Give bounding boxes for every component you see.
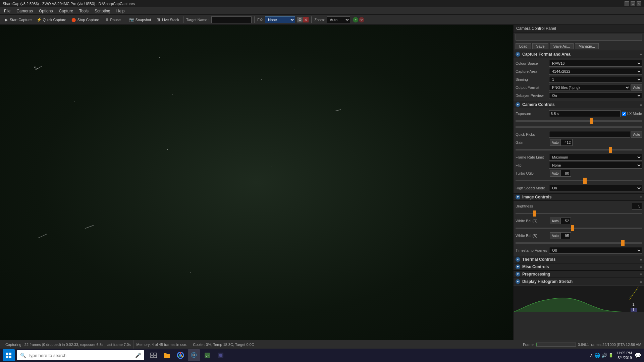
brightness-value[interactable]: [632, 203, 642, 209]
histogram-settings-button[interactable]: 1.: [631, 308, 637, 312]
camera-view[interactable]: ↖: [0, 25, 513, 340]
stop-capture-button[interactable]: ⬤ Stop Capture: [70, 16, 101, 23]
turbo-usb-thumb[interactable]: [583, 178, 587, 184]
target-name-input[interactable]: [211, 16, 252, 23]
frame-progress-bar: [536, 343, 537, 346]
snapshot-button[interactable]: 📷 Snapshot: [128, 16, 152, 23]
white-bal-r-auto[interactable]: Auto: [550, 218, 561, 224]
menu-options[interactable]: Options: [36, 8, 55, 14]
zoom-reset-icon[interactable]: ↻: [359, 17, 364, 22]
network-icon[interactable]: 🌐: [594, 353, 600, 358]
svg-rect-4: [6, 356, 8, 358]
quick-capture-button[interactable]: ⚡ Quick Capture: [35, 16, 67, 23]
another-app-button[interactable]: [215, 349, 227, 361]
binning-select[interactable]: 1: [549, 76, 642, 83]
fx-close-icon[interactable]: ✕: [303, 17, 309, 22]
output-format-select[interactable]: PNG files (*.png): [549, 84, 630, 91]
minimize-button[interactable]: ─: [625, 1, 629, 6]
gain-slider[interactable]: [516, 147, 642, 153]
capture-area-select[interactable]: 4144x2822: [549, 68, 642, 75]
fx-select[interactable]: None: [265, 16, 295, 23]
frame-rate-select[interactable]: Maximum: [549, 154, 642, 161]
sharpcap-button[interactable]: [188, 349, 200, 361]
task-view-button[interactable]: [148, 349, 160, 361]
manage-button[interactable]: Manage...: [575, 43, 599, 49]
notification-icon[interactable]: 💬: [635, 352, 641, 359]
stop-capture-label: Stop Capture: [77, 18, 99, 22]
taskbar-search[interactable]: 🔍 🎤: [17, 350, 144, 360]
white-bal-r-thumb[interactable]: [571, 225, 574, 231]
search-input[interactable]: [28, 353, 133, 358]
exposure-input[interactable]: [549, 110, 621, 117]
save-button[interactable]: Save: [532, 43, 548, 49]
white-bal-b-thumb[interactable]: [621, 240, 625, 246]
histogram-header[interactable]: ▼ Display Histogram Stretch ≡: [514, 278, 644, 285]
exposure-thumb[interactable]: [590, 118, 593, 124]
chrome-button[interactable]: [174, 349, 186, 361]
white-bal-b-label: White Bal (B): [516, 234, 549, 238]
time-display[interactable]: 11:05 PM 5/4/2019: [616, 351, 632, 360]
menu-cameras[interactable]: Cameras: [14, 8, 36, 14]
histogram-menu[interactable]: ≡: [640, 280, 642, 284]
menu-file[interactable]: File: [1, 8, 13, 14]
pause-button[interactable]: ⏸ Pause: [103, 16, 122, 23]
brightness-slider[interactable]: [516, 211, 642, 216]
output-format-auto[interactable]: Auto: [631, 84, 642, 91]
image-controls-header[interactable]: ▼ Image Controls ≡: [514, 193, 644, 201]
menu-capture[interactable]: Capture: [56, 8, 76, 14]
lxmode-checkbox[interactable]: [622, 112, 626, 116]
quick-picks-auto[interactable]: Auto: [631, 131, 642, 138]
white-bal-b-auto[interactable]: Auto: [550, 232, 561, 239]
gain-thumb[interactable]: [609, 147, 612, 153]
menu-help[interactable]: Help: [114, 8, 127, 14]
capture-format-menu[interactable]: ≡: [640, 53, 642, 56]
quick-capture-label: Quick Capture: [43, 18, 66, 22]
zoom-select[interactable]: Auto 25% 50% 100%: [327, 16, 350, 23]
quick-picks-input[interactable]: [549, 131, 630, 138]
capture-format-header[interactable]: ▼ Capture Format and Area ≡: [514, 51, 644, 58]
live-stack-button[interactable]: ⊞ Live Stack: [154, 16, 180, 23]
white-bal-b-value[interactable]: [561, 232, 571, 239]
thermal-controls-menu[interactable]: ≡: [640, 258, 642, 261]
right-panel: Camera Control Panel Load Save Save As..…: [513, 25, 644, 340]
white-bal-r-slider[interactable]: [516, 226, 642, 231]
flip-select[interactable]: None: [549, 162, 642, 169]
load-button[interactable]: Load: [516, 43, 531, 49]
start-capture-button[interactable]: ▶ Start Capture: [2, 16, 33, 23]
colour-space-select[interactable]: RAW16: [549, 60, 642, 67]
save-as-button[interactable]: Save As...: [550, 43, 574, 49]
thermal-controls-header[interactable]: ▼ Thermal Controls ≡: [514, 256, 644, 263]
gain-value[interactable]: [561, 139, 573, 146]
turbo-usb-slider[interactable]: [516, 178, 642, 183]
turbo-usb-value[interactable]: [561, 170, 571, 177]
system-tray: ∧ 🌐 🔊 🔋 11:05 PM 5/4/2019 💬: [590, 351, 641, 360]
turbo-usb-auto[interactable]: Auto: [550, 170, 561, 177]
fx-settings-icon[interactable]: ⚙: [297, 17, 303, 22]
white-bal-r-value[interactable]: [561, 218, 571, 224]
menu-scripting[interactable]: Scripting: [92, 8, 113, 14]
misc-controls-menu[interactable]: ≡: [640, 265, 642, 269]
timestamp-select[interactable]: Off: [549, 247, 642, 254]
debayer-select[interactable]: On: [549, 92, 642, 99]
image-controls-menu[interactable]: ≡: [640, 195, 642, 199]
maximize-button[interactable]: □: [631, 1, 635, 6]
white-bal-b-slider[interactable]: [516, 240, 642, 246]
windows-start-button[interactable]: [3, 349, 15, 361]
preprocessing-menu[interactable]: ≡: [640, 273, 642, 276]
preprocessing-header[interactable]: ▼ Preprocessing ≡: [514, 270, 644, 278]
misc-controls-header[interactable]: ▼ Misc Controls ≡: [514, 263, 644, 270]
file-explorer-button[interactable]: [161, 349, 173, 361]
exposure-slider[interactable]: [516, 118, 642, 124]
camera-controls-menu[interactable]: ≡: [640, 103, 642, 107]
volume-icon[interactable]: 🔊: [601, 353, 607, 358]
menu-tools[interactable]: Tools: [76, 8, 91, 14]
close-button[interactable]: ✕: [637, 1, 641, 6]
camera-controls-header[interactable]: ▼ Camera Controls ≡: [514, 101, 644, 108]
tray-expand-icon[interactable]: ∧: [590, 353, 593, 358]
cppm-button[interactable]: C+: [201, 349, 213, 361]
exposure-slider2[interactable]: [516, 124, 642, 130]
gain-auto[interactable]: Auto: [550, 139, 561, 146]
brightness-thumb[interactable]: [533, 210, 536, 217]
zoom-fit-icon[interactable]: +: [353, 17, 358, 22]
high-speed-select[interactable]: On: [549, 185, 642, 191]
